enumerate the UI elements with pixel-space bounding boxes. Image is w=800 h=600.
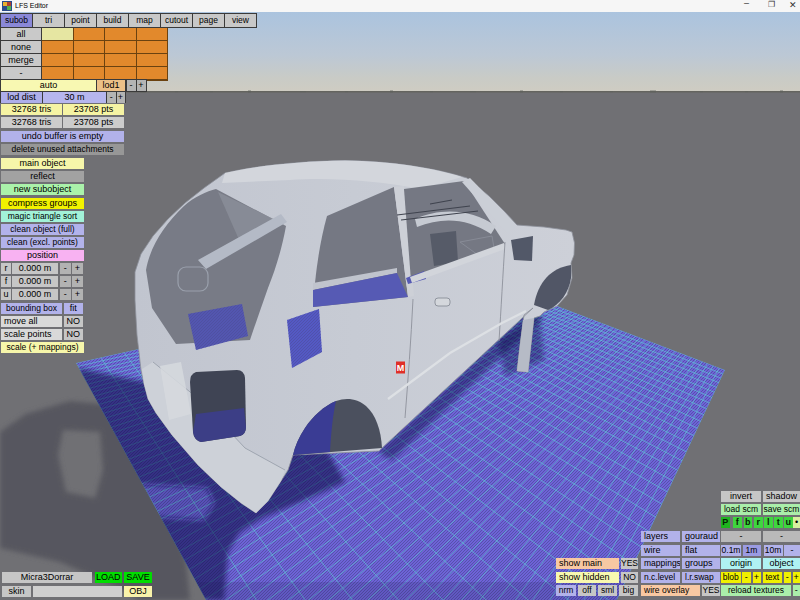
svg-text:M: M xyxy=(397,363,405,373)
